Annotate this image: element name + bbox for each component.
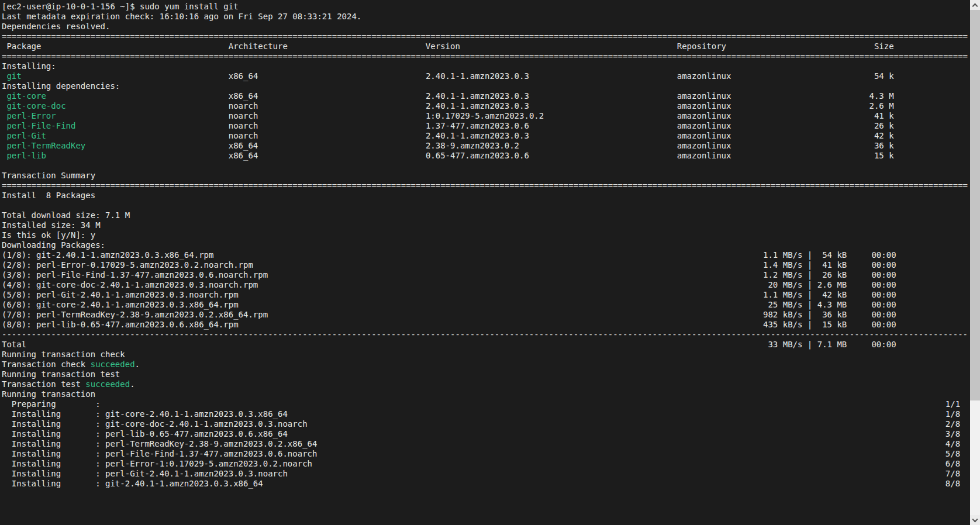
right-aligned-text: 1.2 MB/s | 26 kB 00:00 — [763, 270, 896, 280]
text-segment: 1.4 MB/s | 41 kB 00:00 — [763, 260, 896, 270]
spacer — [317, 449, 945, 459]
text-segment: noarch 2.40.1-1.amzn2023.0.3 amazonlinux… — [46, 131, 894, 141]
text-segment — [2, 71, 6, 81]
chevron-down-icon — [972, 516, 978, 522]
terminal-line: (6/8): git-core-2.40.1-1.amzn2023.0.3.x8… — [2, 300, 970, 310]
text-segment — [2, 141, 6, 151]
right-aligned-text: 7/8 — [946, 469, 960, 479]
terminal-line: Running transaction check — [2, 350, 970, 360]
terminal-line: Installing dependencies: — [2, 81, 970, 91]
text-segment: ========================================… — [2, 51, 968, 61]
text-segment: git-core — [6, 91, 46, 101]
spacer — [288, 469, 946, 479]
terminal-line: Install 8 Packages — [2, 191, 970, 201]
spacer — [101, 399, 946, 409]
text-segment: Installing : perl-Git-2.40.1-1.amzn2023.… — [2, 469, 288, 479]
text-segment: 6/8 — [946, 459, 960, 468]
text-segment: Installing: — [2, 61, 56, 71]
text-segment: 8/8 — [946, 479, 960, 488]
scrollbar-track[interactable] — [970, 10, 980, 515]
text-segment: 33 MB/s | 7.1 MB 00:00 — [763, 340, 896, 349]
text-segment: Installing dependencies: — [2, 81, 120, 91]
text-segment: noarch 1:0.17029-5.amzn2023.0.2 amazonli… — [56, 111, 894, 121]
terminal-line: Preparing :1/1 — [2, 399, 970, 409]
terminal-line: perl-Git noarch 2.40.1-1.amzn2023.0.3 am… — [2, 131, 970, 141]
text-segment: Installing : perl-File-Find-1.37-477.amz… — [2, 449, 317, 459]
spacer — [239, 320, 763, 330]
text-segment — [2, 121, 6, 131]
right-aligned-text: 20 MB/s | 2.6 MB 00:00 — [763, 280, 896, 290]
terminal-line: Transaction test succeeded. — [2, 379, 970, 389]
terminal-line: Total 33 MB/s | 7.1 MB 00:00 — [2, 340, 970, 350]
text-segment: Package Architecture Version Repository … — [2, 42, 894, 51]
text-segment: succeeded — [91, 360, 135, 369]
scroll-up-button[interactable] — [970, 0, 980, 10]
text-segment: 435 kB/s | 15 kB 00:00 — [763, 320, 896, 329]
text-segment: 1/8 — [946, 409, 960, 419]
terminal-line: Installing : git-2.40.1-1.amzn2023.0.3.x… — [2, 479, 970, 489]
terminal-line: perl-TermReadKey x86_64 2.38-9.amzn2023.… — [2, 141, 970, 151]
chevron-up-icon — [972, 3, 978, 9]
text-segment: (5/8): perl-Git-2.40.1-1.amzn2023.0.3.no… — [2, 290, 239, 300]
terminal-line: ========================================… — [2, 181, 970, 191]
spacer — [258, 280, 763, 290]
text-segment: noarch 1.37-477.amzn2023.0.6 amazonlinux… — [75, 121, 893, 131]
spacer — [253, 260, 763, 270]
right-aligned-text: 33 MB/s | 7.1 MB 00:00 — [763, 340, 896, 350]
terminal-line: ========================================… — [2, 32, 970, 42]
spacer — [308, 419, 946, 429]
text-segment: Installed size: 34 M — [2, 220, 101, 230]
terminal-line: Installed size: 34 M — [2, 220, 970, 230]
text-segment: perl-lib — [6, 151, 46, 161]
text-segment: Total download size: 7.1 M — [2, 210, 130, 220]
text-segment: 20 MB/s | 2.6 MB 00:00 — [763, 280, 896, 289]
terminal-line: git-core x86_64 2.40.1-1.amzn2023.0.3 am… — [2, 91, 970, 101]
text-segment: . — [135, 360, 140, 369]
text-segment: Installing : perl-lib-0.65-477.amzn2023.… — [2, 429, 288, 439]
text-segment: 1.1 MB/s | 54 kB 00:00 — [763, 250, 896, 260]
scrollbar-thumb[interactable] — [970, 10, 980, 400]
terminal-line: git x86_64 2.40.1-1.amzn2023.0.3 amazonl… — [2, 71, 970, 81]
terminal-output: [ec2-user@ip-10-0-1-156 ~]$ sudo yum ins… — [2, 2, 970, 489]
right-aligned-text: 8/8 — [946, 479, 960, 489]
text-segment: Install 8 Packages — [2, 191, 95, 201]
terminal-line: Last metadata expiration check: 16:10:16… — [2, 12, 970, 22]
text-segment: Downloading Packages: — [2, 240, 105, 250]
terminal-line: Transaction check succeeded. — [2, 360, 970, 369]
right-aligned-text: 6/8 — [946, 459, 960, 469]
terminal-line: (5/8): perl-Git-2.40.1-1.amzn2023.0.3.no… — [2, 290, 970, 300]
right-aligned-text: 5/8 — [946, 449, 960, 459]
scrollbar[interactable] — [970, 0, 980, 525]
terminal-line: perl-lib x86_64 0.65-477.amzn2023.0.6 am… — [2, 151, 970, 161]
right-aligned-text: 25 MB/s | 4.3 MB 00:00 — [763, 300, 896, 310]
screen: { "colors": { "background": "#1c1c1c", "… — [0, 0, 980, 525]
right-aligned-text: 435 kB/s | 15 kB 00:00 — [763, 320, 896, 330]
text-segment: Total — [2, 340, 26, 350]
spacer — [239, 290, 763, 300]
text-segment — [2, 101, 6, 111]
right-aligned-text: 3/8 — [946, 429, 960, 439]
text-segment: (8/8): perl-lib-0.65-477.amzn2023.0.6.x8… — [2, 320, 239, 330]
text-segment: perl-TermReadKey — [6, 141, 85, 151]
terminal-line: (8/8): perl-lib-0.65-477.amzn2023.0.6.x8… — [2, 320, 970, 330]
right-aligned-text: 1/1 — [946, 399, 960, 409]
text-segment: succeeded — [85, 379, 130, 389]
spacer — [288, 409, 946, 419]
text-segment: 7/8 — [946, 469, 960, 478]
text-segment: Installing : perl-TermReadKey-2.38-9.amz… — [2, 439, 317, 449]
text-segment: Is this ok [y/N]: y — [2, 230, 95, 240]
text-segment: ========================================… — [2, 181, 968, 191]
text-segment — [2, 91, 6, 101]
text-segment: perl-Git — [6, 131, 46, 141]
text-segment: ----------------------------------------… — [2, 330, 968, 340]
text-segment: (3/8): perl-File-Find-1.37-477.amzn2023.… — [2, 270, 268, 280]
text-segment: perl-Error — [6, 111, 56, 121]
terminal-line: Is this ok [y/N]: y — [2, 230, 970, 240]
scroll-down-button[interactable] — [970, 515, 980, 525]
text-segment: Transaction Summary — [2, 171, 95, 181]
terminal[interactable]: [ec2-user@ip-10-0-1-156 ~]$ sudo yum ins… — [0, 0, 970, 525]
spacer — [239, 300, 763, 310]
terminal-line: Installing: — [2, 61, 970, 71]
text-segment: 1.1 MB/s | 42 kB 00:00 — [763, 290, 896, 299]
right-aligned-text: 1.4 MB/s | 41 kB 00:00 — [763, 260, 896, 270]
